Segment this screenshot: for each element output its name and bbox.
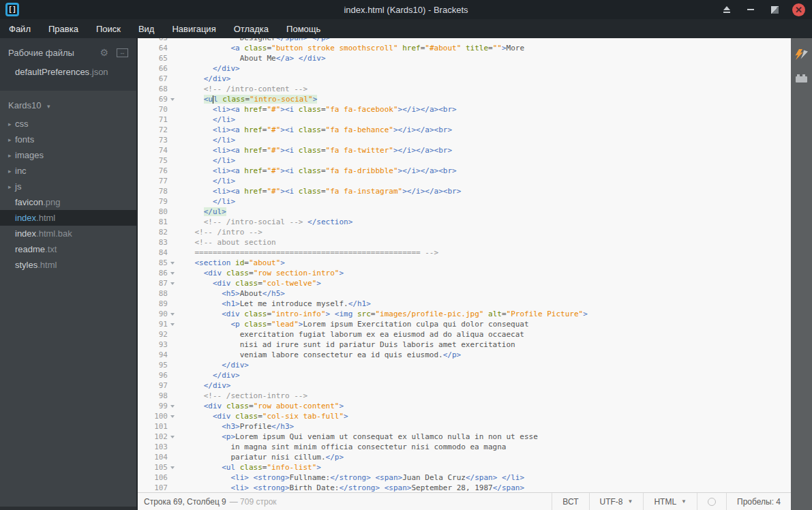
fold-arrow [168,309,177,319]
lint-status[interactable] [697,493,726,510]
code-text: <h1>Let me introduce myself.</h1> [177,299,371,309]
line-number: 94 [138,350,168,360]
code-text: <div class="row about-content"> [177,401,344,411]
line-number: 84 [138,247,168,258]
working-file-item[interactable]: defaultPreferences.json [0,64,136,80]
code-line: 88 <h5>About</h5> [138,288,791,299]
code-line: 97 </div> [138,380,791,391]
code-line: 64 <a class="button stroke smoothscroll"… [138,43,791,53]
line-number: 83 [138,237,168,247]
code-text: <div class="row section-intro"> [177,268,344,278]
code-text: pariatur nisi cillum.</p> [177,452,344,462]
window-title: index.html (Kards10) - Brackets [0,5,812,15]
folder-item[interactable]: ▸css [0,116,136,132]
line-number: 98 [138,391,168,401]
code-editor[interactable]: 63 Designer</span> </p>64 <a class="butt… [138,38,791,492]
line-number: 106 [138,472,168,483]
code-text: </li> [177,176,235,186]
encoding-selector[interactable]: UTF-8 ▼ [589,493,644,510]
file-item[interactable]: styles.html [0,257,136,273]
line-number: 96 [138,370,168,380]
extension-manager-icon[interactable] [796,76,807,82]
code-line: 85 <section id="about"> [138,258,791,268]
menu-item[interactable]: Помощь [277,19,329,38]
folder-item[interactable]: ▸js [0,179,136,194]
code-text: </div> [177,360,249,370]
file-item[interactable]: readme.txt [0,241,136,257]
close-button[interactable]: ✕ [792,3,805,16]
fold-arrow [168,268,177,278]
folder-item[interactable]: ▸fonts [0,132,136,147]
code-text: <h5>About</h5> [177,288,285,299]
code-line: 72 <li><a href="#"><i class="fa fa-behan… [138,125,791,135]
line-number: 103 [138,442,168,452]
code-text: ========================================… [177,247,438,258]
live-preview-icon[interactable] [794,49,809,60]
code-line: 92 exercitation fugiat laborum ex ea eiu… [138,329,791,340]
fold-arrow [168,432,177,442]
line-number: 75 [138,155,168,166]
split-view-icon[interactable]: ↔ [117,48,128,57]
folder-item[interactable]: ▸images [0,147,136,163]
brackets-logo-icon: [] [5,3,19,16]
code-line: 105 <ul class="info-list"> [138,462,791,472]
menu-item[interactable]: Файл [0,19,40,38]
maximize-button[interactable] [768,3,781,16]
file-item[interactable]: index.html.bak [0,226,136,241]
line-number: 89 [138,299,168,309]
insert-mode-indicator[interactable]: ВСТ [552,493,588,510]
fold-arrow-icon [170,323,175,326]
code-line: 83 <!-- about section [138,237,791,247]
code-line: 102 <p>Lorem ipsum Qui veniam ut consequ… [138,432,791,442]
line-number: 74 [138,145,168,155]
fold-arrow-icon [170,262,175,265]
code-line: 80 </ul> [138,207,791,217]
line-number: 67 [138,74,168,84]
fold-arrow [168,94,177,104]
code-text: <ul class="info-list"> [177,462,321,472]
code-line: 98 <!-- /section-intro --> [138,391,791,401]
menu-item[interactable]: Правка [40,19,87,38]
code-line: 103 in magna sint minim officia consecte… [138,442,791,452]
code-line: 81 <!-- /intro-social --> </section> [138,217,791,227]
file-ext: .html.bak [36,228,72,239]
file-name: images [15,150,44,160]
code-text: <li><a href="#"><i class="fa fa-twitter"… [177,145,452,155]
spaces-setting[interactable]: Пробелы: 4 [726,493,791,510]
menu-item[interactable]: Поиск [87,19,130,38]
code-lines: 63 Designer</span> </p>64 <a class="butt… [138,38,791,492]
fold-arrow-icon [170,313,175,316]
line-number: 78 [138,186,168,196]
gear-icon[interactable]: ⚙ [100,47,108,58]
code-text: <h3>Profile</h3> [177,421,294,432]
fold-arrow [168,462,177,472]
menu-item[interactable]: Навигация [163,19,224,38]
project-tree: ▸css▸fonts▸images▸inc▸jsfavicon.pngindex… [0,116,136,273]
code-line: 79 </li> [138,196,791,207]
chevron-down-icon: ▼ [628,498,633,505]
code-line: 101 <h3>Profile</h3> [138,421,791,432]
line-number: 99 [138,401,168,411]
menu-item[interactable]: Отладка [225,19,277,38]
code-text: veniam labore consectetur ea id quis eiu… [177,350,461,360]
file-item[interactable]: index.html [0,210,136,226]
code-text: <li><a href="#"><i class="fa fa-dribbble… [177,166,457,176]
line-number: 93 [138,340,168,350]
project-selector[interactable]: Kards10 ▾ [0,91,136,116]
code-text: </div> [177,380,231,391]
line-number: 65 [138,53,168,63]
code-line: 94 veniam labore consectetur ea id quis … [138,350,791,360]
code-text: <li><a href="#"><i class="fa fa-instagra… [177,186,461,196]
file-ext: .png [43,197,60,207]
titlebar: [] index.html (Kards10) - Brackets ✕ [0,0,812,19]
line-number: 63 [138,38,168,43]
language-selector[interactable]: HTML ▼ [643,493,697,510]
line-number: 71 [138,115,168,125]
minimize-button[interactable] [745,3,757,16]
shade-button[interactable] [721,3,733,16]
menu-item[interactable]: Вид [130,19,164,38]
code-line: 87 <div class="col-twelve"> [138,278,791,288]
code-line: 68 <!-- /intro-content --> [138,84,791,94]
folder-item[interactable]: ▸inc [0,163,136,179]
file-item[interactable]: favicon.png [0,194,136,210]
